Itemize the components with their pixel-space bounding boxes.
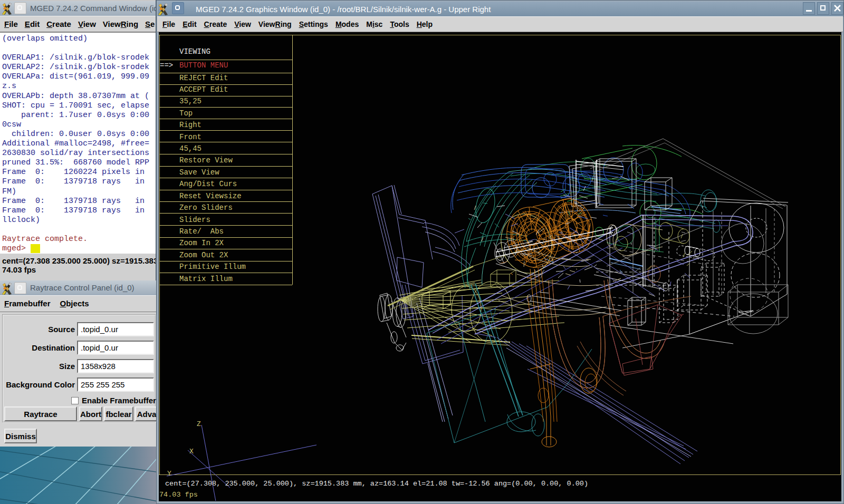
svg-text:X: X	[189, 448, 194, 455]
svg-text:Y: Y	[167, 470, 171, 478]
svg-text:Z: Z	[197, 420, 201, 428]
